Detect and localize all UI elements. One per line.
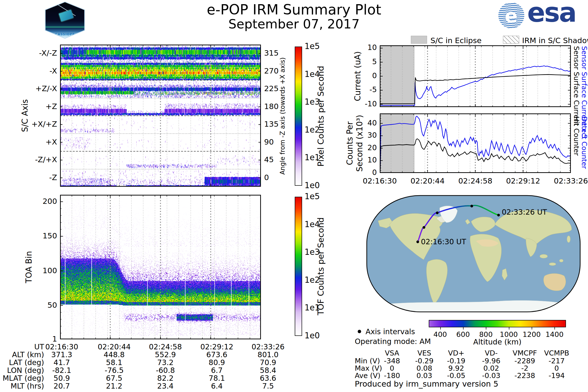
produced-by-label: Produced by irm_summary version 5	[355, 379, 498, 388]
shadow-legend-label: IRM in S/C Shadow	[522, 36, 588, 45]
angle-axis-tick-label: 315	[264, 48, 278, 57]
ephemeris-value: -76.5	[87, 366, 141, 374]
angle-axis-tick-label: 180	[264, 102, 278, 111]
sc-axis-ylabel: S/C Axis	[20, 44, 30, 187]
right-plots-xtick-label: 02:33:26	[546, 176, 588, 185]
ephemeris-value: 58.4	[241, 366, 295, 374]
indochina	[540, 254, 548, 258]
esa-logo: e esa	[498, 2, 586, 30]
pixel-counts-colorbar	[295, 46, 302, 186]
voltage-value: 0.03	[407, 372, 442, 380]
axis-intervals-label: Axis intervals	[366, 327, 415, 336]
axis-interval-dot	[497, 214, 500, 216]
angle-axis-tick-label: 225	[264, 84, 278, 93]
toa-bin-ylabel: TOA Bin	[24, 195, 34, 339]
voltage-value: -9.96	[474, 357, 508, 365]
ephemeris-value: 20.7	[35, 382, 89, 390]
ephemeris-value: 02:33:26	[241, 342, 295, 351]
ephemeris-value: 801.0	[241, 350, 295, 359]
indonesia	[549, 263, 556, 266]
ephemeris-value: 6.4	[190, 382, 244, 390]
altitude-tick	[509, 327, 509, 330]
axis-interval-dot	[470, 205, 473, 208]
ephemeris-value: 63.6	[241, 374, 295, 382]
voltage-value: 0.02	[474, 364, 508, 372]
altitude-axis-label: Altitude (km)	[460, 338, 534, 346]
voltage-value: -2289	[508, 357, 542, 365]
ephemeris-value: 448.8	[87, 350, 141, 359]
esa-wordmark: esa	[527, 0, 576, 28]
counts-right-label-black: Hit Counter	[572, 116, 580, 156]
voltage-value: -0.05	[439, 372, 473, 380]
map-layers: 02:16:30 UT 02:33:26 UT	[366, 195, 581, 312]
axis-interval-dot-icon	[358, 330, 361, 333]
ephemeris-value: 02:29:12	[190, 342, 244, 351]
counts-ylabel-line1: Counts Per	[345, 114, 354, 173]
tof-counts-colorbar	[295, 197, 302, 336]
new-guinea	[559, 259, 563, 262]
ephemeris-value: 02:20:44	[87, 342, 141, 351]
right-plots-xtick-label: 02:20:44	[403, 176, 452, 185]
voltage-value: -0.03	[474, 372, 508, 380]
axis-interval-dot	[422, 226, 425, 229]
epop-irm-summary-page: CASSIOPE e-POP IRM Summary Plot Septembe…	[0, 0, 588, 392]
ephemeris-value: 58.1	[87, 358, 141, 367]
voltage-value: 9.92	[439, 364, 473, 372]
voltage-value: 0.08	[407, 364, 442, 372]
right-plots-xtick-label: 02:29:12	[498, 176, 548, 185]
ephemeris-value: 23.4	[138, 382, 192, 390]
voltage-value: 0	[540, 364, 574, 372]
axis-interval-dot	[436, 212, 438, 214]
angle-axis-tick-label: 45	[264, 155, 274, 164]
ephemeris-value: 552.9	[138, 350, 192, 359]
angle-axis-label: Angle from -Z axis (towards +X axis)	[279, 46, 286, 186]
voltage-value: 0	[375, 364, 409, 372]
ephemeris-value: -60.8	[138, 366, 192, 374]
toa-spectrogram	[60, 195, 261, 339]
altitude-tick	[463, 327, 464, 330]
tof-counts-colorbar-label: TOF Counts per Second	[316, 197, 326, 336]
ephemeris-value: 371.3	[35, 350, 89, 359]
right-plots-xtick-label: 02:24:58	[451, 176, 500, 185]
altitude-tick	[532, 327, 532, 330]
right-plots-xtick-label: 02:16:30	[355, 176, 404, 185]
voltage-column-header: VMCPF	[508, 349, 542, 357]
ephemeris-value: -82.1	[35, 366, 89, 374]
ephemeris-value: 02:16:30	[35, 342, 89, 351]
ephemeris-value: 02:24:58	[138, 342, 192, 351]
axis-interval-dot	[416, 240, 419, 243]
eclipse-legend-swatch	[411, 36, 427, 44]
eclipse-shading	[380, 114, 414, 173]
voltage-value: -0.19	[439, 357, 473, 365]
voltage-value: -2	[508, 364, 542, 372]
current-ylabel: Current (uA)	[353, 45, 362, 107]
voltage-value: -180	[375, 372, 409, 380]
ephemeris-value: 673.6	[190, 350, 244, 359]
ephemeris-value: 73.2	[138, 358, 192, 367]
voltage-value: -2238	[508, 372, 542, 380]
voltage-column-header: VD-	[474, 349, 508, 357]
eclipse-legend-label: S/C in Eclipse	[430, 36, 482, 45]
sc-axis-spectrogram	[60, 44, 261, 187]
voltage-value: -217	[540, 357, 574, 365]
ephemeris-value: 70.9	[241, 358, 295, 367]
voltage-value: -194	[540, 372, 574, 380]
track-end-time-label: 02:33:26 UT	[502, 208, 547, 216]
ephemeris-value: 78.1	[190, 374, 244, 382]
ephemeris-value: 67.5	[87, 374, 141, 382]
altitude-tick	[554, 327, 555, 330]
sensor-current-plot	[380, 45, 571, 107]
angle-axis-tick-label: 90	[264, 138, 274, 146]
ephemeris-value: 7.5	[241, 382, 295, 390]
counts-ylabel-line2: Second (x10³)	[355, 114, 364, 173]
ephemeris-value: 50.9	[35, 374, 89, 382]
shadow-legend-swatch	[503, 36, 519, 44]
altitude-tick-label: 1400	[540, 330, 569, 338]
angle-axis-tick-label: 270	[264, 66, 278, 75]
ephemeris-value: 80.9	[190, 358, 244, 367]
angle-axis-tick-label: 135	[264, 120, 278, 128]
voltage-column-header: VES	[407, 349, 442, 357]
altitude-tick	[486, 327, 486, 330]
ephemeris-value: 21.2	[87, 382, 141, 390]
ephemeris-value: 82.2	[138, 374, 192, 382]
